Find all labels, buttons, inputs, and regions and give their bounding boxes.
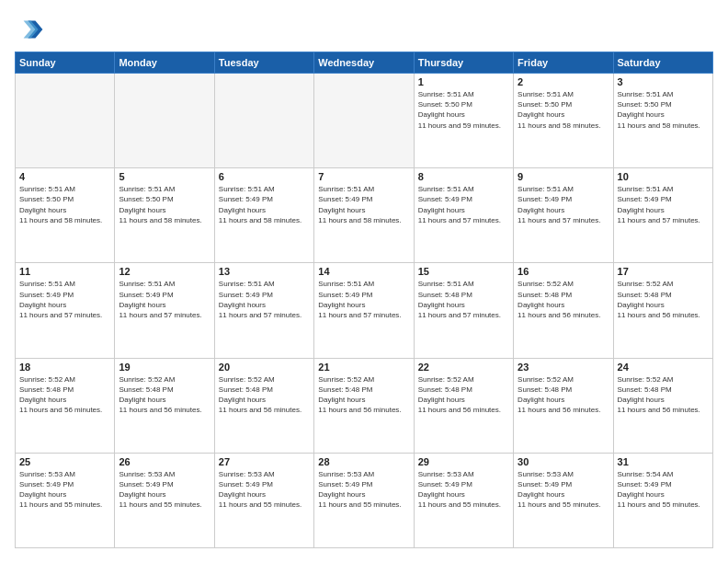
day-info: Sunrise: 5:51 AMSunset: 5:48 PMDaylight … [418,279,509,320]
calendar-cell: 31Sunrise: 5:54 AMSunset: 5:49 PMDayligh… [613,453,712,547]
day-number: 25 [19,456,110,467]
day-info: Sunrise: 5:52 AMSunset: 5:48 PMDaylight … [518,374,609,416]
calendar-cell: 13Sunrise: 5:51 AMSunset: 5:49 PMDayligh… [214,263,313,358]
day-info: Sunrise: 5:52 AMSunset: 5:48 PMDaylight … [119,374,210,416]
calendar-week-1: 4Sunrise: 5:51 AMSunset: 5:50 PMDaylight… [16,168,713,263]
calendar-cell: 9Sunrise: 5:51 AMSunset: 5:49 PMDaylight… [514,168,613,263]
day-info: Sunrise: 5:53 AMSunset: 5:49 PMDaylight … [418,469,509,511]
day-number: 30 [518,456,609,467]
calendar-cell: 30Sunrise: 5:53 AMSunset: 5:49 PMDayligh… [514,453,613,547]
calendar-cell: 27Sunrise: 5:53 AMSunset: 5:49 PMDayligh… [214,453,313,547]
day-number: 17 [618,266,709,277]
calendar-cell: 15Sunrise: 5:51 AMSunset: 5:48 PMDayligh… [414,263,513,358]
weekday-header-wednesday: Wednesday [314,52,414,74]
day-number: 7 [318,171,409,182]
day-info: Sunrise: 5:52 AMSunset: 5:48 PMDaylight … [618,374,709,416]
day-info: Sunrise: 5:52 AMSunset: 5:48 PMDaylight … [418,374,509,416]
header [15,15,713,44]
day-info: Sunrise: 5:51 AMSunset: 5:49 PMDaylight … [318,184,409,225]
calendar-cell: 2Sunrise: 5:51 AMSunset: 5:50 PMDaylight… [514,74,613,168]
calendar-cell: 14Sunrise: 5:51 AMSunset: 5:49 PMDayligh… [314,263,414,358]
day-info: Sunrise: 5:54 AMSunset: 5:49 PMDaylight … [618,469,709,511]
calendar-cell [115,74,214,168]
day-number: 19 [119,362,210,373]
day-number: 27 [219,456,310,467]
calendar-cell: 11Sunrise: 5:51 AMSunset: 5:49 PMDayligh… [16,263,115,358]
calendar-cell: 24Sunrise: 5:52 AMSunset: 5:48 PMDayligh… [613,358,712,453]
calendar-week-2: 11Sunrise: 5:51 AMSunset: 5:49 PMDayligh… [16,263,713,358]
calendar-cell: 3Sunrise: 5:51 AMSunset: 5:50 PMDaylight… [613,74,712,168]
day-number: 21 [318,362,409,373]
day-number: 29 [418,456,509,467]
day-info: Sunrise: 5:51 AMSunset: 5:49 PMDaylight … [219,184,310,225]
calendar-cell: 20Sunrise: 5:52 AMSunset: 5:48 PMDayligh… [214,358,313,453]
calendar-cell: 7Sunrise: 5:51 AMSunset: 5:49 PMDaylight… [314,168,414,263]
day-info: Sunrise: 5:53 AMSunset: 5:49 PMDaylight … [219,469,310,511]
calendar-cell: 4Sunrise: 5:51 AMSunset: 5:50 PMDaylight… [16,168,115,263]
calendar-cell: 26Sunrise: 5:53 AMSunset: 5:49 PMDayligh… [115,453,214,547]
calendar-cell: 18Sunrise: 5:52 AMSunset: 5:48 PMDayligh… [16,358,115,453]
calendar-cell: 8Sunrise: 5:51 AMSunset: 5:49 PMDaylight… [414,168,513,263]
day-info: Sunrise: 5:52 AMSunset: 5:48 PMDaylight … [518,279,609,320]
day-info: Sunrise: 5:51 AMSunset: 5:49 PMDaylight … [418,184,509,225]
day-info: Sunrise: 5:52 AMSunset: 5:48 PMDaylight … [219,374,310,416]
day-number: 11 [19,266,110,277]
day-number: 10 [618,171,709,182]
weekday-header-sunday: Sunday [16,52,115,74]
day-info: Sunrise: 5:51 AMSunset: 5:49 PMDaylight … [618,184,709,225]
day-number: 20 [219,362,310,373]
calendar-cell: 17Sunrise: 5:52 AMSunset: 5:48 PMDayligh… [613,263,712,358]
day-info: Sunrise: 5:51 AMSunset: 5:49 PMDaylight … [518,184,609,225]
calendar-cell: 12Sunrise: 5:51 AMSunset: 5:49 PMDayligh… [115,263,214,358]
calendar-cell: 28Sunrise: 5:53 AMSunset: 5:49 PMDayligh… [314,453,414,547]
day-info: Sunrise: 5:51 AMSunset: 5:49 PMDaylight … [219,279,310,320]
day-number: 3 [618,76,709,87]
weekday-header-thursday: Thursday [414,52,513,74]
day-number: 22 [418,362,509,373]
day-number: 14 [318,266,409,277]
calendar-cell: 25Sunrise: 5:53 AMSunset: 5:49 PMDayligh… [16,453,115,547]
day-number: 4 [19,171,110,182]
calendar-cell: 5Sunrise: 5:51 AMSunset: 5:50 PMDaylight… [115,168,214,263]
calendar-cell: 23Sunrise: 5:52 AMSunset: 5:48 PMDayligh… [514,358,613,453]
day-info: Sunrise: 5:51 AMSunset: 5:49 PMDaylight … [318,279,409,320]
day-number: 12 [119,266,210,277]
day-info: Sunrise: 5:52 AMSunset: 5:48 PMDaylight … [618,279,709,320]
calendar-cell: 1Sunrise: 5:51 AMSunset: 5:50 PMDaylight… [414,74,513,168]
day-number: 1 [418,76,509,87]
calendar-cell: 16Sunrise: 5:52 AMSunset: 5:48 PMDayligh… [514,263,613,358]
day-info: Sunrise: 5:53 AMSunset: 5:49 PMDaylight … [119,469,210,511]
calendar-cell: 22Sunrise: 5:52 AMSunset: 5:48 PMDayligh… [414,358,513,453]
calendar-cell: 19Sunrise: 5:52 AMSunset: 5:48 PMDayligh… [115,358,214,453]
weekday-header-friday: Friday [514,52,613,74]
day-number: 13 [219,266,310,277]
calendar-cell: 21Sunrise: 5:52 AMSunset: 5:48 PMDayligh… [314,358,414,453]
day-number: 26 [119,456,210,467]
calendar-week-0: 1Sunrise: 5:51 AMSunset: 5:50 PMDaylight… [16,74,713,168]
calendar-cell: 6Sunrise: 5:51 AMSunset: 5:49 PMDaylight… [214,168,313,263]
logo-icon [15,15,44,44]
calendar-cell: 10Sunrise: 5:51 AMSunset: 5:49 PMDayligh… [613,168,712,263]
day-number: 5 [119,171,210,182]
day-number: 8 [418,171,509,182]
calendar-week-3: 18Sunrise: 5:52 AMSunset: 5:48 PMDayligh… [16,358,713,453]
day-number: 23 [518,362,609,373]
day-number: 18 [19,362,110,373]
day-info: Sunrise: 5:51 AMSunset: 5:50 PMDaylight … [119,184,210,225]
page: SundayMondayTuesdayWednesdayThursdayFrid… [0,0,728,563]
day-info: Sunrise: 5:53 AMSunset: 5:49 PMDaylight … [19,469,110,511]
calendar-cell [214,74,313,168]
day-number: 28 [318,456,409,467]
weekday-header-monday: Monday [115,52,214,74]
calendar: SundayMondayTuesdayWednesdayThursdayFrid… [15,52,713,548]
weekday-header-saturday: Saturday [613,52,712,74]
weekday-header-tuesday: Tuesday [214,52,313,74]
day-info: Sunrise: 5:51 AMSunset: 5:49 PMDaylight … [119,279,210,320]
day-info: Sunrise: 5:52 AMSunset: 5:48 PMDaylight … [19,374,110,416]
calendar-week-4: 25Sunrise: 5:53 AMSunset: 5:49 PMDayligh… [16,453,713,547]
day-number: 16 [518,266,609,277]
day-number: 31 [618,456,709,467]
day-info: Sunrise: 5:51 AMSunset: 5:50 PMDaylight … [618,89,709,131]
logo [15,15,48,44]
calendar-cell [314,74,414,168]
